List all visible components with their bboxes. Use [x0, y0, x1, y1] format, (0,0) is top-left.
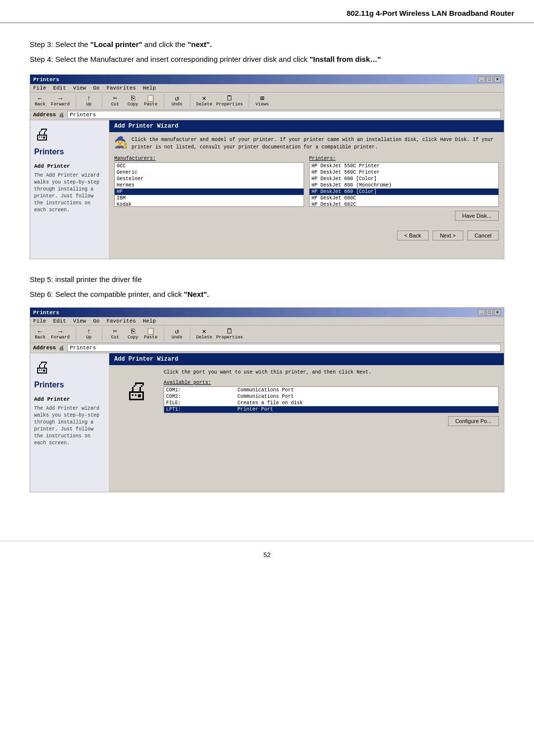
list-item-ibm[interactable]: IBM [115, 195, 304, 201]
win-content-1: 🖨 Printers Add Printer The Add Printer w… [30, 120, 504, 259]
toolbar-delete-2[interactable]: ✕Delete [196, 328, 212, 340]
menu-file-2[interactable]: File [33, 318, 46, 324]
menu-file-1[interactable]: File [33, 85, 46, 91]
printers-col: Printers: HP DeskJet 550C Printer HP Des… [309, 156, 499, 207]
win-addressbar-1: Address 🖨 Printers [30, 110, 504, 120]
manufacturers-listbox[interactable]: GCC Generic Gestelner Hermes HP IBM Koda… [114, 162, 304, 207]
wizard-footer-1: < Back Next > Cancel [109, 228, 504, 243]
ports-intro: Click the port you want to use with this… [164, 369, 499, 376]
win-maximize-1[interactable]: □ [486, 76, 493, 83]
step3-text: Step 3: Select the "Local printer" and c… [30, 38, 504, 51]
ports-listbox[interactable]: COM1:Communications Port COM2:Communicat… [164, 386, 499, 413]
port-row-lpt1[interactable]: LPT1:Printer Port [164, 406, 498, 413]
list-item-dj560[interactable]: HP DeskJet 560C Printer [310, 169, 498, 176]
printers-label: Printers: [309, 156, 499, 161]
toolbar-properties-1[interactable]: 🗒Properties [216, 95, 243, 107]
win-close-1[interactable]: × [494, 76, 501, 83]
addressbar-label-2: Address [33, 345, 56, 351]
left-panel-2: 🖨 Printers Add Printer The Add Printer w… [30, 353, 109, 492]
configure-port-button[interactable]: Configure Po... [448, 416, 499, 426]
win-close-2[interactable]: × [494, 309, 501, 316]
ports-table: COM1:Communications Port COM2:Communicat… [164, 387, 498, 413]
menu-help-2[interactable]: Help [143, 318, 156, 324]
toolbar-cut-1[interactable]: ✂Cut [108, 95, 122, 107]
cancel-button-1[interactable]: Cancel [467, 231, 499, 240]
wizard-intro-text-1: Click the manufacturer and model of your… [132, 136, 499, 151]
toolbar-paste-1[interactable]: 📋Paste [144, 95, 158, 107]
ports-label: Available ports: [164, 380, 499, 385]
screenshot2: Printers _ □ × File Edit View Go Favorit… [30, 307, 504, 492]
list-item-gestelner[interactable]: Gestelner [115, 176, 304, 182]
printers-listbox[interactable]: HP DeskJet 550C Printer HP DeskJet 560C … [309, 162, 499, 207]
next-button-1[interactable]: Next > [433, 231, 463, 240]
have-disk-button[interactable]: Have Disk... [455, 211, 499, 221]
menu-go-2[interactable]: Go [93, 318, 99, 324]
wizard-intro-1: 🧙 Click the manufacturer and model of yo… [114, 136, 499, 151]
win-titlebar-2: Printers _ □ × [30, 308, 504, 317]
list-item-dj682[interactable]: HP DeskJet 682C [310, 201, 498, 207]
toolbar-up-1[interactable]: ↑Up [82, 95, 96, 107]
menu-favorites-2[interactable]: Favorites [106, 318, 135, 324]
list-item-kodak[interactable]: Kodak [115, 201, 304, 207]
toolbar-back-1[interactable]: ←Back [33, 95, 47, 107]
left-panel-1: 🖨 Printers Add Printer The Add Printer w… [30, 120, 109, 259]
toolbar-forward-1[interactable]: →Forward [51, 95, 70, 107]
addressbar-value-1[interactable]: Printers [67, 111, 501, 119]
menu-favorites-1[interactable]: Favorites [106, 85, 135, 91]
toolbar-sep-2 [102, 94, 102, 108]
menu-view-1[interactable]: View [73, 85, 86, 91]
menu-edit-2[interactable]: Edit [53, 318, 66, 324]
menu-help-1[interactable]: Help [143, 85, 156, 91]
win-menubar-1: File Edit View Go Favorites Help [30, 84, 504, 93]
addressbar-value-2[interactable]: Printers [67, 344, 501, 352]
port-row-com2[interactable]: COM2:Communications Port [164, 393, 498, 400]
list-item-dj600m[interactable]: HP DeskJet 600 (Monochrome) [310, 182, 498, 189]
menu-view-2[interactable]: View [73, 318, 86, 324]
toolbar-undo-2[interactable]: ↺Undo [170, 328, 184, 340]
toolbar-sep-1 [76, 94, 76, 108]
toolbar-delete-1[interactable]: ✕Delete [196, 95, 212, 107]
left-panel-subtitle-2: Add Printer [34, 396, 105, 402]
menu-edit-1[interactable]: Edit [53, 85, 66, 91]
toolbar-views-1[interactable]: ⊞Views [255, 95, 269, 107]
list-item-dj600c[interactable]: HP DeskJet 600 [Color] [310, 176, 498, 182]
toolbar-up-2[interactable]: ↑Up [82, 328, 96, 340]
toolbar-sep-4 [190, 94, 190, 108]
toolbar-forward-2[interactable]: →Forward [51, 328, 70, 340]
toolbar-paste-2[interactable]: 📋Paste [144, 328, 158, 340]
win-title-1: Printers [33, 77, 59, 83]
toolbar-copy-1[interactable]: ⎘Copy [126, 95, 140, 107]
win-menubar-2: File Edit View Go Favorites Help [30, 317, 504, 326]
wizard-panel-2: Add Printer Wizard 🖨 Click the port you … [109, 353, 504, 492]
toolbar-sep-5 [249, 94, 249, 108]
addressbar-icon-2: 🖨 [59, 345, 64, 351]
list-item-hp[interactable]: HP [115, 189, 304, 195]
win-maximize-2[interactable]: □ [486, 309, 493, 316]
list-item-gcc[interactable]: GCC [115, 163, 304, 169]
list-item-dj550[interactable]: HP DeskJet 550C Printer [310, 163, 498, 169]
list-item-hermes[interactable]: Hermes [115, 182, 304, 189]
ports-section: Click the port you want to use with this… [164, 369, 499, 426]
menu-go-1[interactable]: Go [93, 85, 99, 91]
toolbar-sep-3 [164, 94, 164, 108]
list-item-dj660[interactable]: HP DeskJet 660 [Color] [310, 189, 498, 195]
wizard-panel-1: Add Printer Wizard 🧙 Click the manufactu… [109, 120, 504, 259]
port-row-file[interactable]: FILE:Creates a file on disk [164, 400, 498, 406]
win-minimize-2[interactable]: _ [478, 309, 485, 316]
toolbar-cut-2[interactable]: ✂Cut [108, 328, 122, 340]
left-panel-title-2: Printers [34, 380, 105, 389]
toolbar-copy-2[interactable]: ⎘Copy [126, 328, 140, 340]
manufacturers-col: Manufacturers: GCC Generic Gestelner Her… [114, 156, 304, 207]
addressbar-icon-1: 🖨 [59, 112, 64, 118]
manufacturers-label: Manufacturers: [114, 156, 304, 161]
back-button-1[interactable]: < Back [397, 231, 429, 240]
toolbar-sep-2a [76, 327, 76, 341]
toolbar-back-2[interactable]: ←Back [33, 328, 47, 340]
win-minimize-1[interactable]: _ [478, 76, 485, 83]
toolbar-properties-2[interactable]: 🗒Properties [216, 328, 243, 340]
list-item-generic[interactable]: Generic [115, 169, 304, 176]
port-row-com1[interactable]: COM1:Communications Port [164, 387, 498, 393]
list-item-dj680[interactable]: HP DeskJet 680C [310, 195, 498, 201]
page-number: 52 [264, 551, 270, 559]
toolbar-undo-1[interactable]: ↺Undo [170, 95, 184, 107]
